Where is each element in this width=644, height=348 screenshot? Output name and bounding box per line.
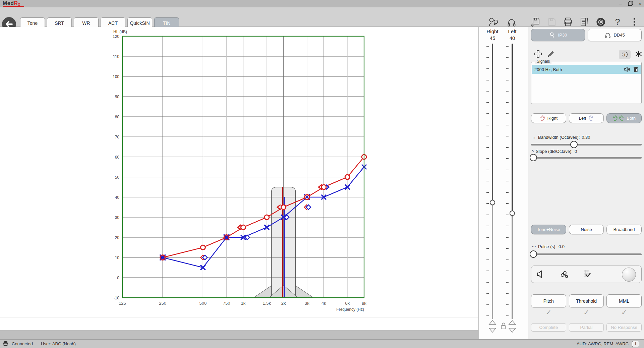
speaker-icon[interactable]	[536, 269, 546, 279]
transducer-dd45-button[interactable]: DD45	[588, 29, 642, 41]
stimulus-noise-button[interactable]: Noise	[569, 225, 604, 234]
ear-both-label: Both	[627, 116, 636, 121]
svg-text:1.5k: 1.5k	[263, 301, 271, 306]
both-ears-right-icon	[612, 115, 618, 121]
transducer-ip30-button[interactable]: IP30	[531, 29, 585, 41]
slope-icon: ^	[532, 149, 534, 154]
ear-both-button[interactable]: Both	[606, 113, 642, 123]
right-level-slider-thumb[interactable]	[490, 200, 495, 205]
audiogram-panel: 1201101009080706050403020100-10125250500…	[0, 27, 478, 330]
bandwidth-label: ↔ Bandwidth (Octaves): 0.30	[532, 135, 590, 140]
current-user: User: ABC (Noah)	[41, 341, 76, 346]
left-level-value: 40	[502, 35, 522, 41]
slope-label: ^ Slope (dB/Octave): 0	[532, 149, 577, 154]
svg-text:250: 250	[159, 301, 166, 306]
right-level-value: 45	[482, 35, 503, 41]
audiogram-chart[interactable]: 1201101009080706050403020100-10125250500…	[0, 27, 478, 330]
title-bar: MedRx – ×	[0, 0, 644, 7]
svg-text:10: 10	[115, 255, 120, 260]
ear-select-row: Right Left Both	[531, 113, 642, 123]
ear-left-button[interactable]: Left	[569, 113, 604, 123]
measure-buttons-row: Pitch Threshold MML	[531, 294, 642, 307]
delete-signal-trash-icon[interactable]	[633, 67, 638, 72]
close-button[interactable]: ×	[636, 1, 644, 7]
left-level-up-button[interactable]	[508, 320, 517, 326]
svg-text:750: 750	[223, 301, 230, 306]
slope-value: 0	[575, 149, 577, 154]
pulse-slider-track[interactable]	[531, 253, 642, 255]
slope-slider-track[interactable]	[531, 157, 642, 159]
bandwidth-value: 0.30	[582, 135, 590, 140]
tin-control-panel: IP30 DD45 i Signals 2000 Hz, Both	[528, 27, 644, 339]
medrx-app-window: MedRx – × Tone SRT WR ACT QuickSIN TIN	[0, 0, 644, 348]
stimulus-tone-noise-button[interactable]: Tone+Noise	[531, 225, 566, 234]
partial-button[interactable]: Partial	[569, 323, 604, 332]
pulse-value: 0.0	[559, 244, 565, 249]
bandwidth-slider-track[interactable]	[531, 144, 642, 146]
mml-button[interactable]: MML	[606, 294, 642, 307]
left-level-label: Left	[502, 28, 522, 34]
no-response-button[interactable]: No Response	[606, 323, 642, 332]
left-level-slider-track[interactable]	[512, 44, 513, 319]
complete-button[interactable]: Complete	[531, 323, 566, 332]
status-bar: Connected User: ABC (Noah) AUD: AWRC, RE…	[0, 339, 644, 348]
main-toolbar: Tone SRT WR ACT QuickSIN TIN ?	[0, 7, 644, 27]
play-signal-speaker-icon[interactable]	[624, 66, 631, 72]
svg-text:HL (dB): HL (dB)	[113, 30, 127, 34]
slope-slider-thumb[interactable]	[530, 154, 537, 161]
playback-tools-bar	[531, 266, 642, 283]
svg-text:500: 500	[199, 301, 207, 306]
signal-label: 2000 Hz, Both	[534, 67, 624, 72]
svg-text:120: 120	[113, 34, 119, 39]
pulse-icon: ⋯	[532, 244, 536, 249]
connection-status: Connected	[12, 341, 33, 346]
svg-text:0: 0	[117, 276, 119, 280]
threshold-button[interactable]: Threshold	[569, 294, 604, 307]
transducer-ip30-label: IP30	[558, 33, 567, 38]
svg-text:90: 90	[115, 95, 120, 99]
svg-text:100: 100	[113, 74, 119, 79]
right-ear-icon	[540, 115, 545, 121]
bandwidth-icon: ↔	[532, 135, 536, 140]
module-status-text: AUD: AWRC, REM: AWRC	[577, 341, 629, 346]
svg-text:30: 30	[115, 215, 120, 220]
response-indicator-sphere[interactable]	[622, 268, 636, 282]
bandwidth-slider-thumb[interactable]	[570, 141, 578, 148]
svg-text:4k: 4k	[321, 301, 326, 306]
audiogram-check-icon[interactable]	[582, 269, 593, 279]
logo-underline	[3, 6, 24, 7]
svg-text:125: 125	[119, 301, 126, 306]
status-info-icon[interactable]: i	[632, 341, 639, 347]
measure-check-row: ✓ ✓ ✓	[531, 308, 642, 316]
edit-signal-icon[interactable]	[547, 50, 554, 59]
svg-text:3k: 3k	[305, 301, 309, 306]
svg-text:8k: 8k	[362, 301, 366, 306]
svg-text:1k: 1k	[241, 301, 246, 306]
svg-text:70: 70	[115, 135, 120, 139]
mml-check-icon: ✓	[606, 308, 642, 316]
pulse-slider-thumb[interactable]	[530, 250, 537, 258]
stimulus-broadband-button[interactable]: Broadband	[606, 225, 642, 234]
right-level-slider-track[interactable]	[492, 44, 493, 319]
signal-info-button[interactable]: i	[619, 50, 631, 59]
asterisk-icon[interactable]	[635, 50, 642, 59]
left-level-slider-thumb[interactable]	[510, 211, 515, 216]
logo-r: R	[14, 0, 18, 6]
right-level-down-button[interactable]	[488, 327, 497, 333]
left-ear-icon	[588, 115, 594, 121]
ear-right-button[interactable]: Right	[531, 113, 566, 123]
pulse-label: ⋯ Pulse (s): 0.0	[532, 244, 565, 249]
link-check-icon[interactable]	[559, 269, 570, 279]
pitch-button[interactable]: Pitch	[531, 294, 566, 307]
add-signal-icon[interactable]	[534, 50, 542, 60]
help-glyph: ?	[615, 17, 620, 27]
minimize-button[interactable]: –	[616, 1, 625, 7]
signals-group-label: Signals	[535, 59, 551, 64]
signal-list-item[interactable]: 2000 Hz, Both	[532, 65, 641, 74]
maximize-button[interactable]	[626, 1, 634, 7]
lock-channels-icon[interactable]	[500, 322, 508, 332]
left-level-down-button[interactable]	[508, 327, 517, 333]
svg-text:Frequency (Hz): Frequency (Hz)	[336, 307, 364, 312]
right-level-up-button[interactable]	[488, 320, 497, 326]
svg-text:110: 110	[113, 54, 119, 59]
